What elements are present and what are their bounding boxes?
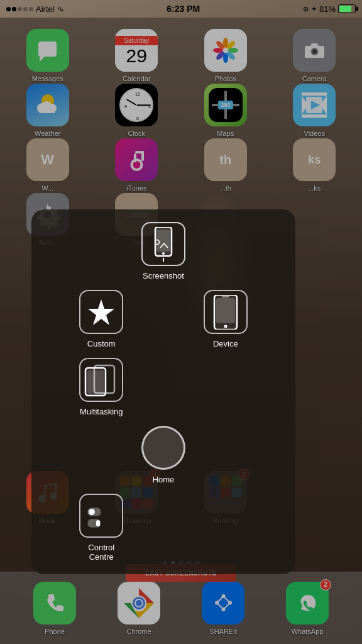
assistive-screenshot[interactable]: Screenshot — [141, 222, 185, 280]
device-icon — [204, 290, 248, 334]
status-time: 6:23 PM — [167, 4, 200, 14]
control-centre-icon — [79, 494, 123, 538]
assistive-device[interactable]: Device — [204, 290, 248, 348]
custom-label: Custom — [87, 339, 116, 348]
signal-dots — [6, 7, 33, 11]
screenshot-label: Screenshot — [143, 271, 184, 280]
svg-point-39 — [162, 252, 165, 255]
custom-icon — [79, 290, 123, 334]
signal-dot-1 — [6, 7, 11, 11]
assistive-custom[interactable]: Custom — [79, 290, 123, 348]
svg-rect-53 — [89, 509, 95, 515]
battery-percent: 81% — [319, 4, 336, 14]
status-bar: Airtel ∿ 6:23 PM ⊕ ✦ 81% — [0, 0, 362, 18]
device-label: Device — [213, 339, 238, 348]
svg-marker-42 — [88, 299, 114, 325]
home-label: Home — [153, 475, 175, 484]
home-screen: Messages Saturday 29 Calendar — [0, 18, 362, 644]
assistive-touch-panel: Screenshot Custom Device — [31, 209, 295, 574]
wifi-icon: ∿ — [57, 4, 64, 14]
bluetooth-icon: ✦ — [311, 5, 317, 13]
svg-rect-55 — [96, 520, 100, 526]
signal-dot-5 — [29, 7, 33, 11]
svg-rect-45 — [216, 298, 235, 323]
assistive-multitasking[interactable]: Multitasking — [79, 358, 123, 416]
signal-dot-3 — [18, 7, 22, 11]
assistive-home[interactable]: Home — [141, 426, 185, 484]
location-icon: ⊕ — [303, 5, 309, 13]
battery-fill — [339, 6, 351, 12]
screenshot-icon — [141, 222, 185, 266]
battery-icon — [338, 4, 356, 13]
status-left: Airtel ∿ — [6, 4, 64, 14]
carrier-label: Airtel — [36, 4, 55, 14]
assistive-control-centre[interactable]: ControlCentre — [79, 494, 123, 562]
control-centre-label: ControlCentre — [88, 543, 114, 562]
home-circle-icon[interactable] — [141, 426, 185, 470]
signal-dot-2 — [12, 7, 16, 11]
svg-rect-50 — [87, 370, 104, 394]
multitasking-label: Multitasking — [80, 407, 123, 416]
signal-dot-4 — [23, 7, 28, 11]
svg-rect-47 — [222, 296, 229, 297]
svg-point-46 — [224, 325, 227, 328]
status-right: ⊕ ✦ 81% — [303, 4, 356, 14]
multitasking-icon — [79, 358, 123, 402]
